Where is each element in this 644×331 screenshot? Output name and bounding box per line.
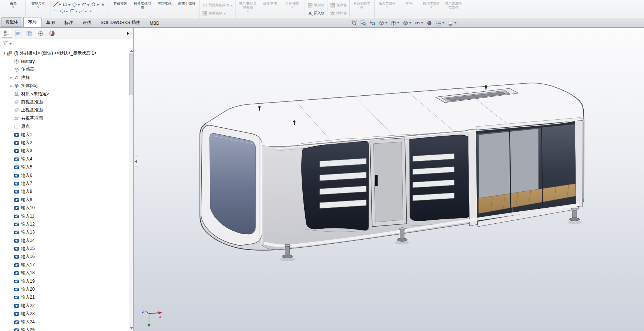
tree-item-25[interactable]: 输入16 [0, 253, 129, 261]
tree-item-26[interactable]: 输入17 [0, 261, 129, 269]
sketch-line-button[interactable] [53, 1, 61, 7]
tree-item-label: 输入20 [21, 286, 35, 292]
section-view-button[interactable] [378, 20, 387, 26]
tab-markup[interactable]: 标注 [60, 18, 78, 27]
offset-entities-button[interactable]: 等距实体 [154, 1, 175, 5]
propertymanager-tab[interactable] [13, 29, 23, 38]
sketch-spline-button[interactable] [79, 8, 87, 14]
tree-item-22[interactable]: 输入13 [0, 228, 129, 236]
imported-icon [14, 164, 19, 170]
hide-show-items-button[interactable] [414, 20, 423, 26]
tree-item-18[interactable]: 输入9 [0, 196, 129, 204]
tree-item-6[interactable]: 前视基准面 [0, 98, 129, 106]
tree-item-11[interactable]: 输入2 [0, 139, 129, 147]
tree-item-32[interactable]: 输入23 [0, 310, 129, 318]
tree-item-24[interactable]: 输入15 [0, 244, 129, 252]
tree-item-29[interactable]: 输入20 [0, 285, 129, 293]
tree-item-5[interactable]: 材质 <未指定> [0, 90, 129, 98]
tab-evaluate[interactable]: 评估 [78, 18, 96, 27]
sketch-rectangle-button[interactable] [62, 1, 71, 7]
tab-layout[interactable]: 布局 [23, 17, 41, 27]
panel-collapse-handle[interactable] [134, 156, 138, 167]
sketch-point-button[interactable] [88, 8, 94, 14]
sketch-text-button[interactable]: A [100, 1, 106, 7]
dropdown-caret-icon [291, 7, 293, 8]
move-entities-icon [202, 11, 208, 16]
expander-icon[interactable]: ▸ [9, 76, 14, 79]
model-dark-panel-left[interactable] [302, 141, 369, 230]
tree-item-33[interactable]: 输入24 [0, 318, 129, 326]
convert-entities-button[interactable]: 转换实体引用 [132, 1, 153, 9]
tree-item-30[interactable]: 输入21 [0, 294, 129, 302]
model-glass-wall[interactable] [468, 117, 583, 227]
view-orientation-button[interactable] [390, 20, 399, 26]
dropdown-caret-icon [409, 22, 411, 24]
tree-item-27[interactable]: 输入18 [0, 269, 129, 277]
tree-item-19[interactable]: 输入10 [0, 204, 129, 212]
tree-item-20[interactable]: 输入11 [0, 212, 129, 220]
insert-block-button[interactable]: A插入块 [307, 10, 325, 16]
tab-assembly[interactable]: 装配体 [1, 17, 22, 27]
trim-entities-button[interactable]: 剪裁实体 [110, 1, 131, 5]
edit-appearance-button[interactable] [426, 20, 432, 26]
imported-icon [14, 254, 19, 259]
tree-item-3[interactable]: ▸A注解 [0, 73, 129, 81]
display-style-button[interactable] [402, 20, 411, 26]
tree-item-2[interactable]: 传感器 [0, 65, 129, 73]
sketch-arc-button[interactable] [81, 1, 89, 7]
tree-item-15[interactable]: 输入6 [0, 171, 129, 179]
tree-item-21[interactable]: 输入12 [0, 220, 129, 228]
tree-item-13[interactable]: 输入4 [0, 155, 129, 163]
sketch-fillet-button[interactable] [69, 8, 77, 14]
tree-item-4[interactable]: ▸实体(85) [0, 82, 129, 90]
tree-item-9[interactable]: 原点 [0, 123, 129, 131]
tree-item-8[interactable]: 右视基准面 [0, 114, 129, 122]
tree-item-16[interactable]: 输入7 [0, 179, 129, 187]
zoom-to-fit-button[interactable] [351, 20, 357, 26]
tree-item-12[interactable]: 输入3 [0, 147, 129, 155]
previous-view-button[interactable] [369, 20, 375, 26]
tree-item-28[interactable]: 输入19 [0, 277, 129, 285]
view-settings-button[interactable] [447, 20, 456, 26]
scroll-down-button[interactable] [129, 326, 134, 331]
offset-on-surface-button[interactable]: 曲面上偏移 [176, 1, 197, 5]
tab-addins[interactable]: SOLIDWORKS 插件 [96, 18, 145, 27]
model-dark-panel-right[interactable] [410, 135, 471, 221]
apply-scene-icon [435, 20, 442, 26]
smart-dimension-button[interactable]: 智能尺寸 [28, 1, 49, 8]
expander-icon[interactable]: ▸ [9, 84, 14, 88]
tree-root-item[interactable]: ▾(f) 外封板<1> (默认) <<默认>_显示状态 1> [0, 49, 129, 57]
scroll-up-button[interactable] [129, 48, 134, 53]
displaymanager-tab[interactable] [47, 29, 57, 38]
tab-mbd[interactable]: MBD [145, 19, 164, 27]
sketch-polygon-button[interactable] [90, 1, 99, 7]
panel-expand-chevron-button[interactable] [124, 30, 132, 37]
configurationmanager-tab[interactable] [24, 29, 35, 38]
dimxpertmanager-tab[interactable] [36, 29, 46, 38]
model-door[interactable] [370, 138, 407, 227]
dropdown-caret-icon [442, 22, 444, 24]
expander-icon[interactable]: ▾ [2, 51, 7, 55]
scroll-thumb[interactable] [129, 53, 133, 95]
layout-button[interactable]: 布局 [3, 1, 24, 8]
tree-item-34[interactable]: 输入25 [0, 326, 129, 331]
tree-item-23[interactable]: 输入14 [0, 236, 129, 244]
tab-sketch[interactable]: 草图 [41, 18, 60, 27]
tree-item-1[interactable]: History [0, 57, 129, 65]
tree-item-17[interactable]: 输入8 [0, 188, 129, 196]
tree-item-10[interactable]: 输入1 [0, 131, 129, 139]
sketch-ellipse-button[interactable] [60, 8, 68, 14]
apply-scene-button[interactable] [435, 20, 444, 26]
model-left-end[interactable] [201, 125, 262, 246]
hide-show-items-icon [414, 20, 420, 26]
tree-item-31[interactable]: 输入22 [0, 302, 129, 310]
tree-scrollbar[interactable] [129, 48, 133, 331]
sketch-centerline-button[interactable] [53, 8, 59, 14]
tree-item-7[interactable]: 上视基准面 [0, 106, 129, 114]
tree-filter[interactable] [0, 39, 133, 48]
zoom-to-area-button[interactable] [360, 20, 366, 26]
ribbon-group-relations-group: 显示/删除几何关系修复草图快速捕捉 [236, 0, 305, 18]
tree-item-14[interactable]: 输入5 [0, 163, 129, 171]
sketch-circle-button[interactable] [72, 1, 80, 7]
featuremanager-tab[interactable] [2, 29, 12, 38]
